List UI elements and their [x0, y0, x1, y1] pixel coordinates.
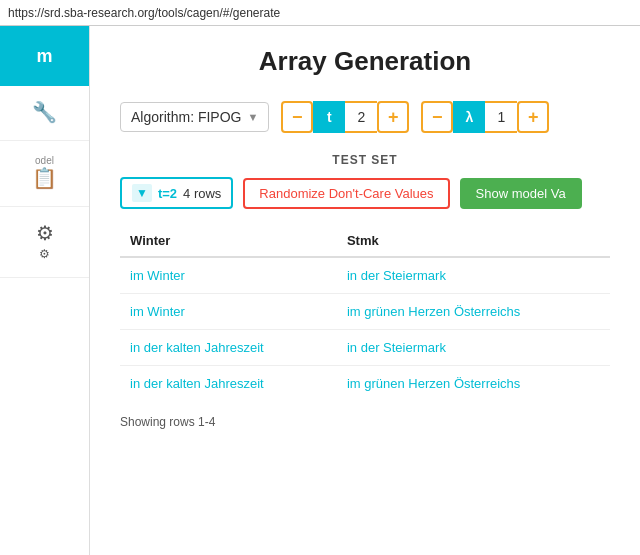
badge-arrow-icon: ▼: [132, 184, 152, 202]
param-lambda-label: λ: [453, 101, 485, 133]
param-lambda-value: 1: [485, 101, 517, 133]
param-lambda-plus-button[interactable]: +: [517, 101, 549, 133]
param-lambda-minus-button[interactable]: −: [421, 101, 453, 133]
sidebar-item-model[interactable]: odel 📋: [0, 141, 89, 207]
test-set-header: TEST SET: [120, 153, 610, 167]
table-cell: im grünen Herzen Österreichs: [337, 366, 610, 402]
param-t-group: − t 2 +: [281, 101, 409, 133]
address-bar: https://srd.sba-research.org/tools/cagen…: [0, 0, 640, 26]
showing-rows: Showing rows 1-4: [120, 415, 610, 429]
table-body: im Winterin der Steiermarkim Winterim gr…: [120, 257, 610, 401]
table-cell: in der Steiermark: [337, 257, 610, 294]
show-model-button[interactable]: Show model Va: [460, 178, 582, 209]
tag-badge[interactable]: ▼ t=2 4 rows: [120, 177, 233, 209]
table-cell: in der kalten Jahreszeit: [120, 366, 337, 402]
sidebar-top[interactable]: m: [0, 26, 89, 86]
table-cell: in der Steiermark: [337, 330, 610, 366]
badge-rows: 4 rows: [183, 186, 221, 201]
clipboard-icon: 📋: [32, 166, 57, 190]
col-header-stmk: Stmk: [337, 225, 610, 257]
table-cell: in der kalten Jahreszeit: [120, 330, 337, 366]
sidebar-top-label: m: [36, 46, 52, 67]
col-header-winter: Winter: [120, 225, 337, 257]
table-row: in der kalten Jahreszeitin der Steiermar…: [120, 330, 610, 366]
param-t-plus-button[interactable]: +: [377, 101, 409, 133]
model-label: odel: [35, 155, 54, 166]
badge-t-value: t=2: [158, 186, 177, 201]
randomize-button[interactable]: Randomize Don't-Care Values: [243, 178, 449, 209]
param-lambda-group: − λ 1 +: [421, 101, 549, 133]
app-layout: m 🔧 odel 📋 ⚙ ⚙ Array Generation Algorith…: [0, 26, 640, 555]
table-row: in der kalten Jahreszeitim grünen Herzen…: [120, 366, 610, 402]
data-table: Winter Stmk im Winterin der Steiermarkim…: [120, 225, 610, 401]
algorithm-label: Algorithm: FIPOG: [131, 109, 241, 125]
test-set-section: TEST SET ▼ t=2 4 rows Randomize Don't-Ca…: [120, 153, 610, 429]
param-t-minus-button[interactable]: −: [281, 101, 313, 133]
param-t-label: t: [313, 101, 345, 133]
table-row: im Winterim grünen Herzen Österreichs: [120, 294, 610, 330]
table-cell: im Winter: [120, 257, 337, 294]
sidebar-item-settings[interactable]: ⚙ ⚙: [0, 207, 89, 278]
page-title: Array Generation: [120, 46, 610, 77]
table-cell: im grünen Herzen Österreichs: [337, 294, 610, 330]
main-content: Array Generation Algorithm: FIPOG ▼ − t …: [90, 26, 640, 555]
algorithm-row: Algorithm: FIPOG ▼ − t 2 + − λ 1 +: [120, 101, 610, 133]
test-set-controls: ▼ t=2 4 rows Randomize Don't-Care Values…: [120, 177, 610, 209]
sidebar: m 🔧 odel 📋 ⚙ ⚙: [0, 26, 90, 555]
sidebar-item-wrench[interactable]: 🔧: [0, 86, 89, 141]
algorithm-dropdown-arrow: ▼: [247, 111, 258, 123]
table-header-row: Winter Stmk: [120, 225, 610, 257]
gear-icon: ⚙: [36, 221, 54, 245]
table-header: Winter Stmk: [120, 225, 610, 257]
algorithm-select[interactable]: Algorithm: FIPOG ▼: [120, 102, 269, 132]
param-t-value: 2: [345, 101, 377, 133]
gear2-icon: ⚙: [39, 247, 50, 261]
wrench-icon: 🔧: [32, 100, 57, 124]
url-text: https://srd.sba-research.org/tools/cagen…: [8, 6, 280, 20]
table-row: im Winterin der Steiermark: [120, 257, 610, 294]
table-cell: im Winter: [120, 294, 337, 330]
